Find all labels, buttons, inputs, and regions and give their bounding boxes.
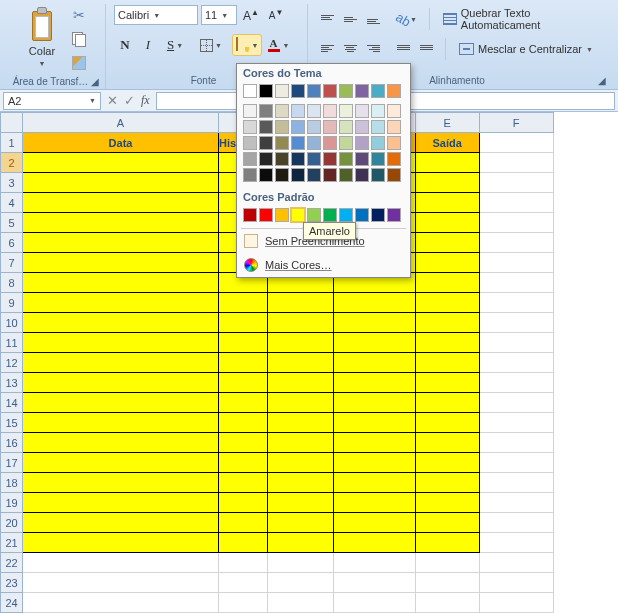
cell[interactable] (333, 493, 415, 513)
color-swatch[interactable] (355, 120, 369, 134)
cell[interactable] (219, 413, 268, 433)
color-swatch[interactable] (259, 120, 273, 134)
row-header[interactable]: 24 (1, 593, 23, 613)
cell[interactable] (333, 373, 415, 393)
row-header[interactable]: 13 (1, 373, 23, 393)
cell[interactable] (23, 193, 219, 213)
color-swatch[interactable] (243, 208, 257, 222)
cell[interactable] (23, 493, 219, 513)
cell[interactable] (333, 413, 415, 433)
cell[interactable] (267, 373, 333, 393)
cell[interactable] (23, 453, 219, 473)
color-swatch[interactable] (243, 84, 257, 98)
row-header[interactable]: 16 (1, 433, 23, 453)
cell[interactable] (479, 393, 553, 413)
color-swatch[interactable] (291, 152, 305, 166)
cell[interactable] (23, 153, 219, 173)
row-header[interactable]: 3 (1, 173, 23, 193)
cell[interactable] (23, 413, 219, 433)
grow-font-button[interactable]: A▲ (240, 4, 262, 26)
cell[interactable] (267, 293, 333, 313)
cell[interactable] (219, 293, 268, 313)
cell[interactable] (479, 333, 553, 353)
cell[interactable] (333, 433, 415, 453)
color-swatch[interactable] (387, 208, 401, 222)
color-swatch[interactable] (371, 136, 385, 150)
cell[interactable] (267, 473, 333, 493)
row-header[interactable]: 19 (1, 493, 23, 513)
row-header[interactable]: 21 (1, 533, 23, 553)
cell[interactable] (333, 513, 415, 533)
color-swatch[interactable] (275, 84, 289, 98)
cell[interactable] (479, 593, 553, 613)
row-header[interactable]: 15 (1, 413, 23, 433)
color-swatch[interactable] (387, 136, 401, 150)
cell[interactable] (333, 573, 415, 593)
bold-button[interactable]: N (114, 34, 136, 56)
color-swatch[interactable] (371, 168, 385, 182)
color-swatch[interactable] (291, 120, 305, 134)
cell[interactable] (23, 253, 219, 273)
color-swatch[interactable] (291, 104, 305, 118)
underline-button[interactable]: S▼ (160, 34, 190, 56)
cell[interactable] (219, 333, 268, 353)
cut-button[interactable]: ✂ (68, 4, 90, 26)
col-header[interactable]: F (479, 113, 553, 133)
align-center-button[interactable] (339, 38, 361, 60)
cell[interactable] (219, 573, 268, 593)
color-swatch[interactable] (323, 208, 337, 222)
row-header[interactable]: 20 (1, 513, 23, 533)
color-swatch[interactable] (243, 152, 257, 166)
color-swatch[interactable] (243, 168, 257, 182)
align-right-button[interactable] (362, 38, 384, 60)
cell[interactable] (219, 433, 268, 453)
cell[interactable] (479, 293, 553, 313)
color-swatch[interactable] (355, 136, 369, 150)
cell[interactable] (267, 513, 333, 533)
cell[interactable] (219, 373, 268, 393)
color-swatch[interactable] (371, 84, 385, 98)
cell[interactable] (23, 513, 219, 533)
cell[interactable] (267, 393, 333, 413)
borders-button[interactable]: ▼ (196, 34, 226, 56)
cell[interactable] (23, 473, 219, 493)
row-header[interactable]: 23 (1, 573, 23, 593)
more-colors-item[interactable]: Mais Cores… (237, 253, 410, 277)
cell[interactable] (479, 573, 553, 593)
row-header[interactable]: 11 (1, 333, 23, 353)
cell[interactable] (267, 493, 333, 513)
cell[interactable] (479, 253, 553, 273)
color-swatch[interactable] (275, 208, 289, 222)
cell[interactable] (219, 313, 268, 333)
decrease-indent-button[interactable] (392, 38, 414, 60)
cell[interactable] (415, 213, 479, 233)
cell[interactable] (415, 373, 479, 393)
color-swatch[interactable] (275, 136, 289, 150)
cell[interactable] (23, 433, 219, 453)
cell[interactable] (415, 193, 479, 213)
cell[interactable] (333, 553, 415, 573)
row-header[interactable]: 17 (1, 453, 23, 473)
name-box[interactable]: A2▼ (3, 92, 101, 110)
color-swatch[interactable] (387, 168, 401, 182)
cell[interactable] (415, 573, 479, 593)
row-header[interactable]: 14 (1, 393, 23, 413)
color-swatch[interactable] (323, 168, 337, 182)
color-swatch[interactable] (339, 104, 353, 118)
row-header[interactable]: 10 (1, 313, 23, 333)
color-swatch[interactable] (355, 152, 369, 166)
cell[interactable] (219, 393, 268, 413)
color-swatch[interactable] (307, 208, 321, 222)
cell[interactable] (219, 533, 268, 553)
shrink-font-button[interactable]: A▼ (265, 4, 287, 26)
align-middle-button[interactable] (339, 8, 361, 30)
cell[interactable] (23, 533, 219, 553)
color-swatch[interactable] (339, 152, 353, 166)
color-swatch[interactable] (259, 152, 273, 166)
dialog-launcher-icon[interactable]: ◢ (91, 76, 99, 87)
cell[interactable] (219, 593, 268, 613)
cell[interactable] (333, 473, 415, 493)
color-swatch[interactable] (275, 104, 289, 118)
color-swatch[interactable] (339, 136, 353, 150)
color-swatch[interactable] (355, 208, 369, 222)
